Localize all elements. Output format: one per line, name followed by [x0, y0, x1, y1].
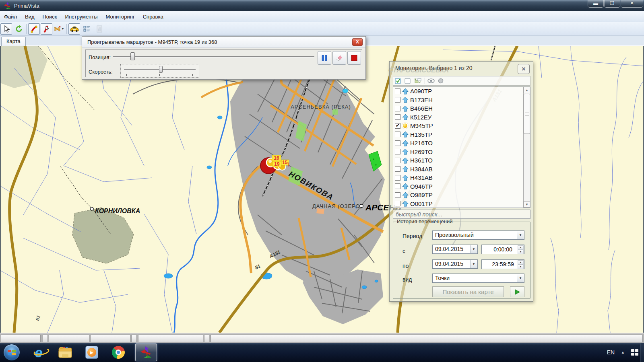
list-item-selected[interactable]: М945ТР — [393, 121, 530, 130]
scrollbar-thumb[interactable] — [524, 94, 530, 134]
vehicle-checkbox[interactable] — [395, 97, 400, 103]
taskbar-primavista-button[interactable] — [135, 343, 157, 361]
check-all-button[interactable] — [395, 78, 401, 84]
pause-button[interactable] — [318, 51, 331, 65]
menu-help[interactable]: Справка — [139, 12, 167, 21]
language-indicator[interactable]: EN — [607, 349, 615, 356]
spin-up-icon[interactable]: ▲ — [518, 245, 524, 250]
primavista-logo-icon — [140, 346, 152, 358]
taskbar-wmp-button[interactable]: ▶ — [84, 344, 100, 360]
to-time-spinner[interactable]: 23:59:59 ▲▼ — [481, 259, 524, 269]
menu-search[interactable]: Поиск — [39, 12, 61, 21]
tray-expand-icon[interactable]: ▲ — [621, 350, 625, 354]
stop-button[interactable] — [347, 51, 361, 65]
follow-toggle[interactable] — [438, 78, 444, 84]
to-date-picker[interactable]: 09.04.2015 ▼ — [432, 259, 478, 269]
list-item[interactable]: О989ТР — [393, 191, 530, 200]
action-center-icon[interactable] — [631, 349, 638, 356]
vehicle-list-scrollbar[interactable]: ▲ ▼ — [523, 87, 530, 208]
route-cursor-button[interactable] — [41, 23, 52, 35]
spin-up-icon[interactable]: ▲ — [518, 260, 524, 265]
restore-button[interactable]: ❐ — [604, 0, 620, 8]
from-time-spinner[interactable]: 0:00:00 ▲▼ — [481, 245, 524, 254]
play-route-button[interactable] — [510, 286, 524, 297]
refresh-button[interactable] — [13, 23, 25, 35]
speed-slider[interactable] — [120, 64, 199, 78]
close-button[interactable]: ✕ — [621, 0, 643, 8]
vehicle-checkbox[interactable] — [395, 183, 400, 189]
vehicle-checkbox[interactable] — [395, 88, 400, 94]
taskbar-ie-button[interactable]: e — [31, 344, 47, 360]
vehicle-checkbox[interactable] — [395, 201, 400, 206]
report-button[interactable] — [93, 23, 105, 35]
show-desktop-button[interactable] — [640, 343, 644, 362]
vehicle-checkbox[interactable] — [395, 149, 400, 154]
vehicle-checkbox[interactable] — [395, 114, 400, 120]
combo-dropdown-icon[interactable]: ▼ — [470, 260, 477, 268]
vehicle-checkbox[interactable] — [395, 132, 400, 137]
tab-map[interactable]: Карта — [1, 37, 26, 46]
scroll-up-icon[interactable]: ▲ — [524, 87, 530, 93]
list-item[interactable]: В173ЕН — [393, 96, 530, 105]
list-item[interactable]: О001ТР — [393, 200, 530, 208]
vehicle-checkbox[interactable] — [395, 192, 400, 198]
vehicle-checkbox[interactable] — [395, 175, 400, 181]
system-tray: EN ▲ — [607, 343, 638, 362]
period-combobox[interactable]: Произвольный ▼ — [432, 230, 524, 240]
view-combobox[interactable]: Точки ▼ — [432, 274, 524, 283]
list-item[interactable]: О946ТР — [393, 182, 530, 191]
select-tool-button[interactable] — [0, 23, 12, 35]
to-time-value: 23:59:59 — [492, 261, 514, 267]
menu-tools[interactable]: Инструменты — [61, 12, 102, 21]
uncheck-all-button[interactable] — [405, 78, 411, 84]
status-segment — [1, 335, 41, 342]
quick-search-field[interactable] — [393, 210, 530, 219]
combo-dropdown-icon[interactable]: ▼ — [517, 231, 524, 239]
speed-slider-thumb[interactable] — [159, 66, 163, 73]
list-item[interactable]: Н384АВ — [393, 165, 530, 174]
monitoring-close-button[interactable]: ✕ — [518, 64, 530, 74]
vehicle-checkbox[interactable] — [395, 166, 400, 172]
combo-dropdown-icon[interactable]: ▼ — [517, 274, 524, 282]
show-on-map-toggle[interactable] — [427, 78, 435, 84]
vehicles-button[interactable] — [68, 23, 80, 35]
vehicle-checkbox-checked[interactable] — [395, 123, 400, 129]
list-item[interactable]: Н361ТО — [393, 156, 530, 165]
route-points-button[interactable] — [28, 23, 40, 35]
list-item[interactable]: А090ТР — [393, 87, 530, 96]
list-item[interactable]: Н269ТО — [393, 148, 530, 156]
list-item[interactable]: Н216ТО — [393, 139, 530, 148]
search-input[interactable] — [393, 210, 530, 218]
status-segment — [204, 335, 209, 342]
vehicle-checkbox[interactable] — [395, 158, 400, 163]
draw-tools-button[interactable]: ▼ — [53, 23, 65, 35]
list-item[interactable]: К512ЕУ — [393, 113, 530, 122]
invert-selection-button[interactable] — [414, 78, 421, 84]
vehicle-checkbox[interactable] — [395, 106, 400, 111]
list-item[interactable]: Н431АВ — [393, 173, 530, 182]
erase-route-button[interactable] — [332, 51, 346, 65]
menu-file[interactable]: Файл — [0, 12, 21, 21]
position-slider-track[interactable] — [113, 56, 314, 58]
start-button[interactable] — [3, 344, 20, 361]
menu-view[interactable]: Вид — [21, 12, 39, 21]
vehicle-checkbox[interactable] — [395, 140, 400, 146]
monitor-list-button[interactable] — [81, 23, 93, 35]
scroll-down-icon[interactable]: ▼ — [524, 201, 530, 208]
spin-down-icon[interactable]: ▼ — [518, 265, 524, 269]
list-item[interactable]: В466ЕН — [393, 104, 530, 113]
toolbar-separator — [26, 24, 27, 34]
position-slider-thumb[interactable] — [130, 52, 135, 60]
menu-monitoring[interactable]: Мониторинг — [102, 12, 139, 21]
map-canvas[interactable]: АРСЕНЬЕВКА (РЕКА) НОВИКОВА ДАЧНАЯ (ОЗЕРО… — [0, 46, 644, 333]
taskbar-chrome-button[interactable] — [110, 344, 126, 360]
spin-down-icon[interactable]: ▼ — [518, 250, 524, 254]
list-item[interactable]: Н135ТР — [393, 130, 530, 139]
route-player-titlebar[interactable]: Проигрыватель маршрутов - М945ТР, точка … — [82, 37, 365, 48]
combo-dropdown-icon[interactable]: ▼ — [470, 245, 477, 253]
show-on-map-button[interactable]: Показать на карте — [432, 286, 504, 297]
route-player-close-button[interactable]: X — [352, 38, 363, 46]
from-date-picker[interactable]: 09.04.2015 ▼ — [432, 245, 478, 254]
taskbar-explorer-button[interactable] — [57, 344, 73, 360]
minimize-button[interactable]: ▬ — [588, 0, 604, 8]
